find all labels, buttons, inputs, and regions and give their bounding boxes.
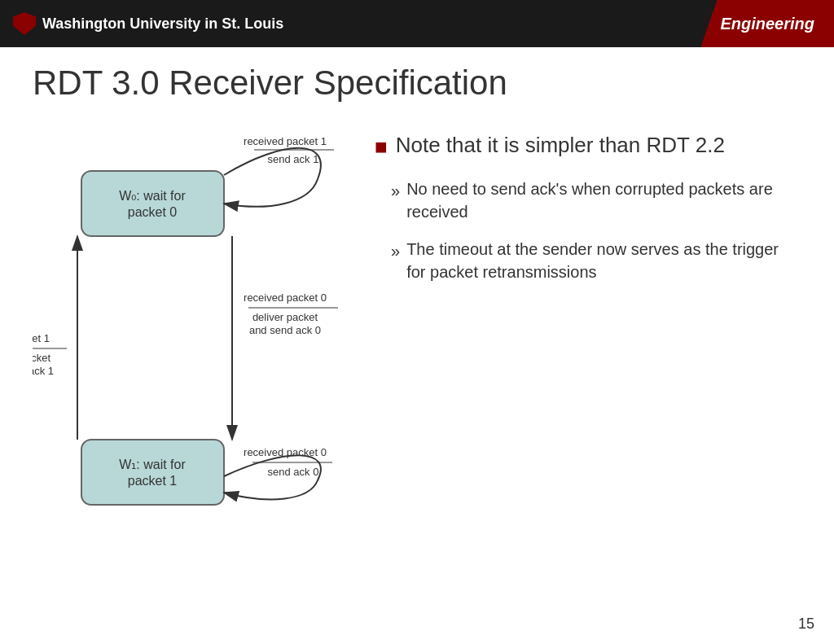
page-title: RDT 3.0 Receiver Specification [33,64,801,103]
notes-panel: ■ Note that it is simpler than RDT 2.2 »… [375,122,801,298]
diagram-svg: W₀: wait for packet 0 W₁: wait for packe… [33,122,358,578]
svg-text:W₀: wait for: W₀: wait for [119,189,186,203]
svg-text:deliver packet: deliver packet [252,311,318,323]
svg-text:received packet 0: received packet 0 [244,446,327,458]
main-content: RDT 3.0 Receiver Specification W₀: wait … [0,47,834,611]
svg-text:send ack 0: send ack 0 [268,466,319,478]
page-number: 15 [798,616,814,633]
state-diagram: W₀: wait for packet 0 W₁: wait for packe… [33,122,358,594]
sub-point-1-text: No need to send ack's when corrupted pac… [406,177,801,223]
svg-text:and send ack 1: and send ack 1 [33,365,54,377]
svg-text:packet 1: packet 1 [128,474,178,488]
svg-rect-3 [81,440,224,505]
sub-points: » No need to send ack's when corrupted p… [391,177,801,283]
main-point-text: Note that it is simpler than RDT 2.2 [396,130,725,160]
shield-icon [13,12,36,35]
svg-rect-0 [81,171,224,236]
main-bullet: ■ [375,132,388,161]
university-logo: Washington University in St. Louis [13,12,283,35]
svg-text:send ack 1: send ack 1 [268,153,319,165]
main-body: W₀: wait for packet 0 W₁: wait for packe… [33,122,801,594]
svg-text:packet 0: packet 0 [128,205,178,219]
svg-text:W₁: wait for: W₁: wait for [119,458,186,471]
sub-arrow-1: » [391,179,400,202]
sub-point-2-text: The timeout at the sender now serves as … [406,238,801,283]
header: Washington University in St. Louis Engin… [0,0,834,47]
sub-arrow-2: » [391,239,400,262]
svg-text:deliver packet: deliver packet [33,352,50,364]
svg-text:received packet 0: received packet 0 [244,291,327,304]
sub-point-2: » The timeout at the sender now serves a… [391,238,801,283]
svg-text:and send ack 0: and send ack 0 [249,324,321,336]
sub-point-1: » No need to send ack's when corrupted p… [391,177,801,223]
svg-text:received packet 1: received packet 1 [33,332,50,344]
university-name: Washington University in St. Louis [42,15,283,33]
main-point: ■ Note that it is simpler than RDT 2.2 [375,130,801,161]
svg-text:received packet 1: received packet 1 [244,135,327,147]
department-label: Engineering [700,0,834,47]
